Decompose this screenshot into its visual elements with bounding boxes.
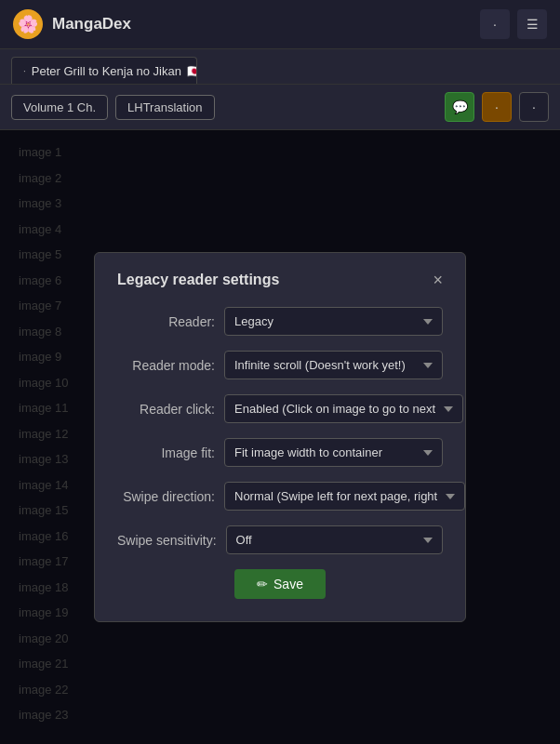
chat-icon: 💬	[452, 100, 468, 114]
legacy-reader-settings-modal: Legacy reader settings × Reader: Legacy …	[94, 252, 466, 622]
save-button[interactable]: ✏ Save	[234, 569, 326, 599]
swipe-sensitivity-row: Swipe sensitivity: Off Low Medium High	[117, 525, 443, 554]
reader-click-select[interactable]: Enabled (Click on image to go to next Di…	[224, 394, 463, 423]
save-row: ✏ Save	[117, 569, 443, 599]
swipe-direction-row: Swipe direction: Normal (Swipe left for …	[117, 482, 443, 511]
swipe-sensitivity-label: Swipe sensitivity:	[117, 533, 217, 548]
site-title: MangaDex	[52, 15, 471, 33]
tab-bar: · Peter Grill to Kenja no Jikan 🇯🇵 ×	[0, 49, 560, 85]
controls-bar: Volume 1 Ch. LHTranslation 💬 · ·	[0, 85, 560, 130]
swipe-direction-label: Swipe direction:	[117, 489, 215, 504]
reader-select[interactable]: Legacy Modern	[224, 307, 443, 336]
reader-mode-row: Reader mode: Infinite scroll (Doesn't wo…	[117, 351, 443, 379]
modal-overlay: Legacy reader settings × Reader: Legacy …	[0, 130, 560, 744]
image-fit-label: Image fit:	[117, 445, 215, 460]
reader-click-row: Reader click: Enabled (Click on image to…	[117, 394, 443, 423]
top-bar: 🌸 MangaDex · ☰	[0, 0, 560, 49]
modal-title: Legacy reader settings	[117, 272, 279, 288]
reader-row: Reader: Legacy Modern	[117, 307, 443, 336]
translation-button[interactable]: LHTranslation	[115, 95, 214, 120]
hamburger-icon: ☰	[527, 17, 539, 32]
header-icon-btn-1[interactable]: ·	[480, 9, 510, 39]
settings-button-1[interactable]: ·	[482, 92, 512, 122]
reader-mode-label: Reader mode:	[117, 358, 215, 373]
modal-header: Legacy reader settings ×	[117, 272, 443, 288]
settings-button-2[interactable]: ·	[519, 92, 549, 122]
site-logo: 🌸	[13, 9, 43, 39]
main-content: image 1image 2image 3image 4image 5image…	[0, 130, 560, 744]
tab-flag: 🇯🇵	[187, 64, 197, 78]
header-icons: · ☰	[480, 9, 547, 39]
hamburger-menu-button[interactable]: ☰	[517, 9, 547, 39]
reader-label: Reader:	[117, 314, 215, 329]
settings-icon-2: ·	[532, 100, 536, 114]
volume-chapter-button[interactable]: Volume 1 Ch.	[11, 95, 108, 120]
save-label: Save	[273, 577, 303, 591]
settings-icon-1: ·	[495, 100, 499, 114]
image-fit-select[interactable]: Fit image width to container Fit image h…	[224, 438, 443, 467]
reader-click-label: Reader click:	[117, 402, 215, 417]
modal-close-button[interactable]: ×	[433, 272, 443, 288]
chat-button[interactable]: 💬	[445, 92, 474, 122]
tab-title: Peter Grill to Kenja no Jikan	[32, 64, 181, 78]
app-layout: 🌸 MangaDex · ☰ · Peter Grill to Kenja no…	[0, 0, 560, 744]
swipe-direction-select[interactable]: Normal (Swipe left for next page, right …	[224, 482, 465, 511]
tab-dot: ·	[23, 66, 26, 76]
swipe-sensitivity-select[interactable]: Off Low Medium High	[226, 525, 443, 554]
reader-mode-select[interactable]: Infinite scroll (Doesn't work yet!) Sing…	[224, 351, 443, 379]
save-icon: ✏	[257, 577, 268, 591]
manga-tab[interactable]: · Peter Grill to Kenja no Jikan 🇯🇵 ×	[11, 57, 197, 84]
image-fit-row: Image fit: Fit image width to container …	[117, 438, 443, 467]
